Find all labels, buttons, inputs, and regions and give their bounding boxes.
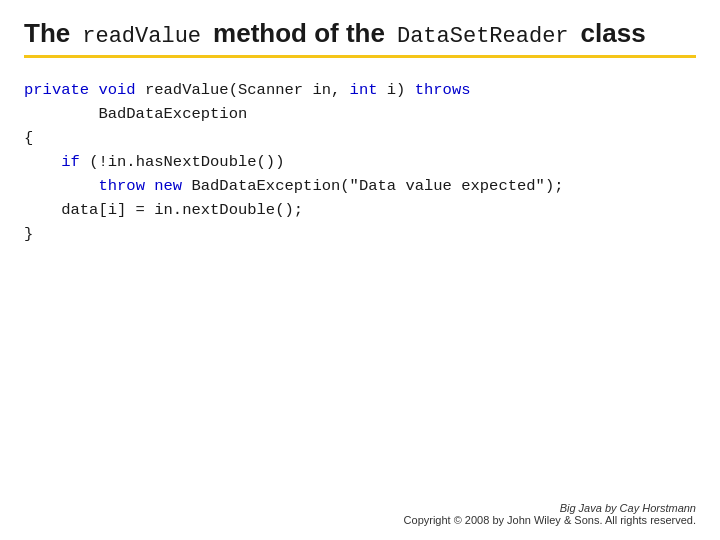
title-method-of-the: method of the [213, 18, 385, 49]
title-class-word: class [581, 18, 646, 49]
title-datasetreader-code: DataSetReader [397, 24, 569, 49]
code-section: private void readValue(Scanner in, int i… [24, 78, 696, 526]
code-line1: private void readValue(Scanner in, int i… [24, 81, 564, 243]
footer-line2: Copyright © 2008 by John Wiley & Sons. A… [404, 514, 696, 526]
title-readvalue-code: readValue [82, 24, 201, 49]
footer-line1: Big Java by Cay Horstmann [404, 502, 696, 514]
page-container: The readValue method of the DataSetReade… [0, 0, 720, 540]
code-block: private void readValue(Scanner in, int i… [24, 78, 696, 246]
footer: Big Java by Cay Horstmann Copyright © 20… [404, 502, 696, 526]
title-the: The [24, 18, 70, 49]
title-section: The readValue method of the DataSetReade… [24, 18, 696, 58]
